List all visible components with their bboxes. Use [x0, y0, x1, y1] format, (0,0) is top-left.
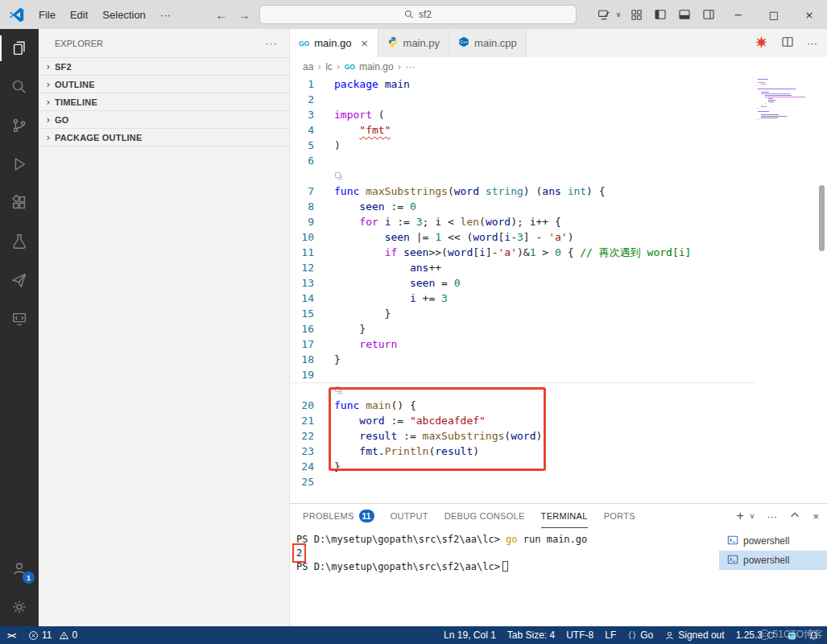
minimize-button[interactable]: −	[721, 0, 756, 29]
breadcrumb-item[interactable]: ···	[405, 61, 415, 72]
code-line[interactable]: 7func maxSubstrings(word string) (ans in…	[290, 184, 755, 199]
extension-starburst-icon[interactable]	[755, 35, 768, 52]
code-line[interactable]: 24}	[290, 459, 755, 474]
code-line[interactable]: 25	[290, 474, 755, 489]
code-text[interactable]: import (	[334, 107, 385, 122]
code-line[interactable]: 14 i += 3	[290, 291, 755, 306]
panel-tab-output[interactable]: OUTPUT	[391, 504, 428, 528]
breadcrumb-item[interactable]: aa	[303, 61, 313, 72]
extension-send-icon[interactable]	[0, 261, 39, 299]
close-tab-icon[interactable]: ×	[360, 38, 368, 49]
terminal-line[interactable]: PS D:\mysetup\gopath\src\sf2\aa\lc>	[296, 560, 719, 574]
notifications-bell-icon[interactable]	[803, 626, 827, 644]
maximize-button[interactable]: □	[756, 0, 792, 29]
language-mode[interactable]: Go	[622, 626, 659, 644]
sidebar-section-package-outline[interactable]: ›PACKAGE OUTLINE	[39, 128, 289, 146]
editor-scrollbar[interactable]	[819, 185, 825, 251]
tab-main.go[interactable]: GOmain.go×	[290, 29, 378, 57]
line-number[interactable]: 16	[290, 321, 324, 336]
panel-tab-ports[interactable]: PORTS	[604, 504, 635, 528]
line-number[interactable]: 8	[290, 199, 324, 214]
sidebar-section-outline[interactable]: ›OUTLINE	[39, 75, 289, 93]
code-text[interactable]: word := "abcdeafdef"	[334, 413, 486, 428]
indentation[interactable]: Tab Size: 4	[502, 626, 560, 644]
sidebar-more-actions-icon[interactable]: ···	[265, 37, 278, 49]
forward-icon[interactable]: →	[234, 0, 254, 29]
code-line[interactable]: 8 seen := 0	[290, 199, 755, 214]
code-text[interactable]: )	[334, 138, 341, 153]
code-text[interactable]: "fmt"	[334, 122, 391, 138]
line-number[interactable]: 4	[290, 122, 324, 138]
remote-indicator-icon[interactable]: ><	[0, 631, 23, 640]
line-number[interactable]: 20	[290, 398, 324, 413]
line-number[interactable]: 14	[290, 291, 324, 306]
line-number[interactable]: 18	[290, 352, 324, 367]
close-panel-icon[interactable]: ×	[813, 510, 819, 522]
tab-main.cpp[interactable]: C++main.cpp	[449, 29, 527, 57]
terminal-profile-chevron-icon[interactable]: ∨	[750, 512, 755, 520]
line-number[interactable]: 23	[290, 444, 324, 459]
line-number[interactable]: 17	[290, 336, 324, 352]
code-line[interactable]: 4 "fmt"	[290, 122, 755, 138]
line-number[interactable]: 12	[290, 260, 324, 275]
line-number[interactable]: 13	[290, 275, 324, 291]
go-version[interactable]: 1.25.3	[730, 626, 781, 644]
code-text[interactable]: return	[334, 336, 397, 352]
line-number[interactable]: 6	[290, 153, 324, 168]
close-window-button[interactable]: ×	[792, 0, 827, 29]
line-number[interactable]: 5	[290, 138, 324, 153]
code-text[interactable]: if seen>>(word[i]-'a')&1 > 0 { // 再次遇到 w…	[334, 245, 691, 260]
new-terminal-icon[interactable]: +	[736, 509, 743, 523]
code-text[interactable]: i += 3	[334, 291, 448, 306]
code-line[interactable]: 6	[290, 153, 755, 168]
codelens-row[interactable]	[290, 168, 755, 184]
line-number[interactable]: 2	[290, 92, 324, 107]
code-line[interactable]: 21 word := "abcdeafdef"	[290, 413, 755, 428]
sidebar-section-sf2[interactable]: ›SF2	[39, 57, 289, 75]
menu-edit[interactable]: Edit	[63, 4, 95, 25]
code-line[interactable]: 16 }	[290, 321, 755, 336]
code-text[interactable]: seen := 0	[334, 199, 416, 214]
line-number[interactable]: 22	[290, 428, 324, 444]
code-text[interactable]: func main() {	[334, 398, 416, 413]
breadcrumb-item[interactable]: main.go	[359, 61, 394, 72]
code-line[interactable]: 18}	[290, 352, 755, 367]
search-sidebar-icon[interactable]	[0, 68, 39, 106]
run-and-debug-icon[interactable]	[0, 145, 39, 184]
account-status[interactable]: Signed out	[659, 626, 730, 644]
toggle-secondary-sidebar-icon[interactable]	[697, 0, 721, 29]
sidebar-section-go[interactable]: ›GO	[39, 110, 289, 128]
code-text[interactable]: result := maxSubstrings(word)	[334, 428, 542, 444]
codelens-row[interactable]	[290, 382, 755, 398]
launch-profile-chevron-icon[interactable]: ∨	[613, 0, 624, 29]
menu-file[interactable]: File	[31, 4, 63, 25]
code-text[interactable]: fmt.Println(result)	[334, 444, 479, 459]
code-line[interactable]: 10 seen |= 1 << (word[i-3] - 'a')	[290, 229, 755, 245]
line-number[interactable]: 19	[290, 367, 324, 382]
code-text[interactable]: for i := 3; i < len(word); i++ {	[334, 214, 561, 229]
line-number[interactable]: 15	[290, 306, 324, 321]
code-text[interactable]: }	[334, 352, 341, 367]
code-line[interactable]: 5)	[290, 138, 755, 153]
testing-icon[interactable]	[0, 222, 39, 261]
customize-layout-icon[interactable]	[624, 0, 648, 29]
terminal-line[interactable]: 2	[296, 547, 719, 560]
code-line[interactable]: 9 for i := 3; i < len(word); i++ {	[290, 214, 755, 229]
code-text[interactable]: package main	[334, 76, 410, 92]
editor-more-actions-icon[interactable]: ···	[807, 37, 817, 49]
code-line[interactable]: 17 return	[290, 336, 755, 352]
breadcrumb-item[interactable]: lc	[325, 61, 333, 72]
terminal-instance-powershell[interactable]: powershell	[719, 531, 827, 551]
code-line[interactable]: 3import (	[290, 107, 755, 122]
code-text[interactable]: seen = 0	[334, 275, 461, 291]
line-number[interactable]: 11	[290, 245, 324, 260]
accounts-icon[interactable]: 1	[0, 549, 39, 588]
code-text[interactable]: ans++	[334, 260, 441, 275]
code-line[interactable]: 1package main	[290, 76, 755, 92]
explorer-icon[interactable]	[0, 29, 39, 68]
source-control-icon[interactable]	[0, 106, 39, 145]
command-center-search[interactable]: sf2	[259, 5, 577, 24]
minimap[interactable]	[758, 79, 816, 122]
line-number[interactable]: 7	[290, 184, 324, 199]
cursor-position[interactable]: Ln 19, Col 1	[438, 626, 502, 644]
